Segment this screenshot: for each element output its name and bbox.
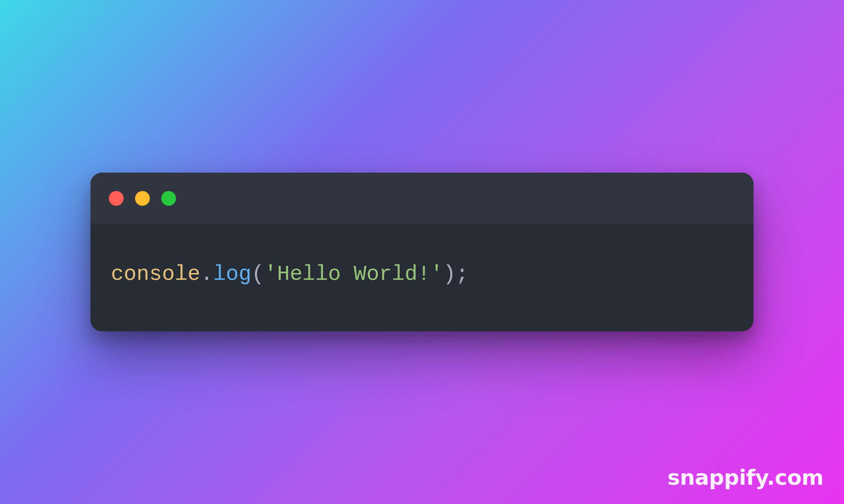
titlebar xyxy=(90,173,754,224)
watermark: snappify.com xyxy=(667,465,824,490)
code-token-semicolon: ; xyxy=(456,262,469,286)
code-token-string: 'Hello World!' xyxy=(264,262,443,286)
code-line: console.log('Hello World!'); xyxy=(111,259,733,290)
close-icon[interactable] xyxy=(109,191,124,206)
maximize-icon[interactable] xyxy=(161,191,176,206)
code-body: console.log('Hello World!'); xyxy=(90,224,754,331)
code-token-open-paren: ( xyxy=(251,262,264,286)
code-token-object: console xyxy=(111,262,200,286)
code-token-close-paren: ) xyxy=(443,262,456,286)
code-window: console.log('Hello World!'); xyxy=(90,173,754,331)
code-token-dot: . xyxy=(200,262,213,286)
minimize-icon[interactable] xyxy=(135,191,150,206)
code-token-method: log xyxy=(213,262,252,286)
